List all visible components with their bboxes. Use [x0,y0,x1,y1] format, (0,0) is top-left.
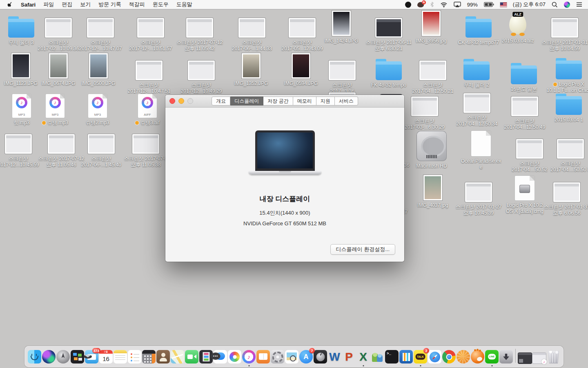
desktop-icon-hd[interactable]: Macintosh HD [407,130,456,169]
dock-item-ibooks[interactable] [256,350,270,364]
dock-item-itunes[interactable]: ♪ [242,350,256,364]
dock-item-tangerine[interactable] [457,350,470,364]
desktop-icon-dmg[interactable]: Logic Pro X 10.2OS X [dada].dmg [500,173,549,215]
display-preferences-button[interactable]: 디스플레이 환경설정... [330,244,395,255]
desktop-icon-shot[interactable]: 스크린샷 2017-01-31오후 10.04.59 [540,11,588,52]
close-button[interactable] [169,98,175,104]
dock-item-kakaotalk[interactable]: TALK2 [414,350,427,364]
desktop-icon-mp3[interactable]: MP3슈탱.mp3 [31,91,80,126]
dock-item-logic-pro[interactable] [314,350,327,364]
desktop-icon-photo[interactable]: IMG_1424.JPG [317,9,366,44]
desktop-icon-folder[interactable]: Logic Pro X10.1.1 Fu...on Crack [544,52,588,94]
desktop-icon-shot[interactable]: 스크린샷2017-12-...10.47.51 [125,53,174,94]
desktop-icon-shot[interactable]: 스크린샷 2017-07-12오후 11.05.42 [175,11,224,52]
dock-item-gom-player[interactable] [471,350,484,364]
dock-item-calculator[interactable] [142,350,156,364]
siri-icon[interactable] [564,2,570,8]
menu-item[interactable]: 책갈피 [129,1,145,8]
dock-item-excel[interactable]: X [356,350,370,364]
desktop-icon-shot[interactable]: 스크린샷2017-06-...1.44.33 [227,11,276,52]
desktop-icon-shot[interactable]: 스크린샷 2017-01-27오후 10.45.39 [454,175,503,216]
dock-item-line[interactable]: LINE [485,350,499,364]
tab-저장 공간[interactable]: 저장 공간 [263,96,293,105]
minimize-button[interactable] [178,98,184,104]
wifi-icon[interactable] [440,2,448,7]
desktop-icon-shot[interactable]: 스크린샷2017-04....50.50 2 [546,132,588,173]
tab-지원[interactable]: 지원 [316,96,335,105]
bluetooth-icon[interactable] [430,2,434,7]
desktop-icon-shot[interactable]: 스크린샷2017-04...12.50.49 [500,89,549,130]
desktop-icon-shot[interactable]: 스크린샷2017-06-...1.45.40 [77,127,126,168]
dock-item-minimized-window-light[interactable]: ♪ [532,353,546,364]
desktop-icon-photo[interactable]: IMG_0500.JPG [74,52,123,87]
dock-item-powerpoint[interactable]: P [342,350,356,364]
desktop-icon-folder[interactable]: 2015.03.04 1 [544,88,588,123]
dock-item-app-store[interactable]: A7 [299,350,313,364]
dock-item-trash[interactable] [547,350,560,364]
dock-item-maps[interactable] [171,350,184,364]
dock-item-system-preferences[interactable] [271,350,284,364]
desktop-icon-photo[interactable]: IMG_4037.jpg [408,173,457,209]
desktop-icon-shot[interactable]: 스크린샷2017-04...12.50.34 [452,86,501,127]
dock-item-contacts[interactable] [156,350,170,364]
kakaotalk-icon[interactable]: N [417,2,424,7]
airplay-icon[interactable] [454,2,461,7]
desktop-icon-folder[interactable]: 16년도 일본 [499,57,548,92]
dock-item-calendar[interactable] [99,350,113,364]
dock-item-messenger[interactable] [371,350,384,364]
line-icon[interactable] [405,2,411,8]
dock-item-siri[interactable] [42,350,56,364]
battery-charging-icon[interactable] [484,2,494,7]
dock-item-reminders[interactable] [128,350,141,364]
desktop-icon-photo[interactable]: IMG_3956.jpg [407,9,456,44]
tab-메모리[interactable]: 메모리 [293,96,316,105]
desktop-icon-photo[interactable]: IMG_1352.JPG [227,52,276,87]
apple-menu-icon[interactable] [7,2,13,8]
dock-item-terminal[interactable]: >_ [385,350,399,364]
dock-item-minimized-window-dark[interactable] [518,353,532,364]
desktop-icon-mp3[interactable]: MP3슈탱2.mp3 [73,91,122,126]
menu-item[interactable]: 파일 [43,1,54,8]
desktop-icon-mp3[interactable]: AIFF슈탱3.aif [123,91,172,126]
desktop-icon-shot-dark[interactable]: 스크린샷 2017-06-11오후 6.30.21 [364,11,413,52]
dock-item-word[interactable]: W [328,350,341,364]
menu-item[interactable]: 편집 [62,1,72,8]
desktop-icon-shot[interactable]: 스크린샷2017-12-...10.51.57 [126,11,175,52]
desktop-icon-exe[interactable]: OceanParadise.exe [457,129,506,171]
desktop-icon-shot[interactable]: 스크린샷 2017-07-1오후 11.05.38 [121,127,170,168]
zoom-button[interactable] [187,98,193,104]
dock-item-photos[interactable] [228,350,241,364]
spotlight-icon[interactable] [552,2,558,8]
menu-item[interactable]: 윈도우 [153,1,169,8]
tab-서비스[interactable]: 서비스 [335,96,358,105]
desktop-icon-shot[interactable]: 스크린샷2017-02...10.09.36 [34,11,83,52]
dock-item-launchpad[interactable] [56,350,70,364]
dock-item-finder[interactable] [28,350,41,364]
menu-item[interactable]: 도움말 [176,1,192,8]
dock-item-notes[interactable] [114,350,127,364]
menu-item[interactable]: 보기 [80,1,91,8]
desktop-icon-shot[interactable]: 스크린샷2017-12-...10.47.07 [76,11,125,52]
active-app-name[interactable]: Safari [21,2,36,8]
desktop-icon-folder[interactable]: 무제 폴더 2 [452,53,501,88]
desktop-icon-folder[interactable]: FK 48-32 tempo [364,53,413,88]
desktop-icon-shot[interactable]: 스크린샷2017-12...10.49.29 [177,53,226,94]
dock-item-chrome[interactable] [442,350,456,364]
dock-item-ebook[interactable] [399,350,413,364]
dock-item-mission-control[interactable] [71,350,84,364]
dock-item-mail[interactable]: 373 [85,350,98,364]
window-titlebar[interactable]: 개요디스플레이저장 공간메모리지원서비스 [165,95,404,108]
dock-item-safari[interactable] [428,350,441,364]
dock-item-preview[interactable] [285,350,298,364]
dock-item-installer[interactable] [499,350,513,364]
dock-item-messages[interactable] [214,350,227,364]
tab-디스플레이[interactable]: 디스플레이 [230,96,263,105]
us-flag-icon[interactable] [500,2,507,7]
tab-개요[interactable]: 개요 [212,96,230,105]
dock-item-facetime[interactable] [185,350,198,364]
notification-center-icon[interactable] [576,2,582,7]
desktop-icon-alz[interactable]: ALZ2015.03.04.alz [493,9,542,44]
menu-item[interactable]: 방문 기록 [98,1,121,8]
desktop-icon-shot[interactable]: 스크린샷 2017-01-31오후 6.06.56 [542,175,588,216]
desktop-icon-shot[interactable]: 스크린샷2017-04...12.50.21 [408,53,457,94]
